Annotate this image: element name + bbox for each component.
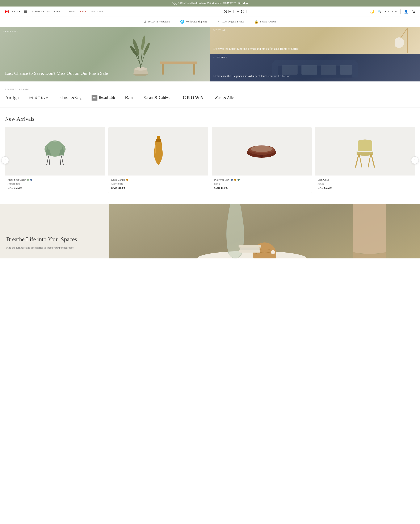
svg-rect-32 bbox=[157, 136, 160, 140]
carousel-prev-button[interactable]: ‹ bbox=[1, 157, 9, 164]
svg-rect-53 bbox=[239, 245, 261, 247]
color-dot-green[interactable] bbox=[27, 179, 29, 181]
nav-link-shop[interactable]: SHOP bbox=[54, 10, 61, 13]
brands-list: Amiga STELA Johnson&Berg HS HelenSmith B… bbox=[5, 95, 415, 101]
feature-returns-label: 30-Days Free Returns bbox=[148, 20, 170, 23]
carafe-svg bbox=[149, 135, 168, 168]
product-info-3: Platform Tray Nook CAD 114.00 bbox=[212, 175, 312, 193]
brand-johnson[interactable]: Johnson&Berg bbox=[59, 96, 82, 100]
product-price-1: CAD 365.00 bbox=[8, 186, 103, 190]
product-image-3 bbox=[212, 127, 312, 175]
svg-rect-21 bbox=[301, 65, 317, 75]
product-price-4: CAD 659.00 bbox=[317, 186, 412, 190]
hero-lighting-badge: LIGHTING bbox=[213, 29, 225, 31]
announcement-cta[interactable]: See More bbox=[238, 2, 248, 5]
nav-right: 🌙 🔍 FOLLOW 👤 🛍 bbox=[370, 9, 415, 14]
hero-right: LIGHTING Discover the Latest Lighting Tr… bbox=[210, 27, 420, 81]
brand-crown[interactable]: CROWN bbox=[183, 95, 204, 100]
brand-stela[interactable]: STELA bbox=[29, 96, 49, 99]
feature-brands-label: 100% Original Brands bbox=[222, 20, 244, 23]
svg-point-14 bbox=[395, 37, 404, 48]
nav-link-sale[interactable]: SALE bbox=[80, 10, 87, 13]
svg-point-39 bbox=[266, 154, 270, 156]
nav-link-starter[interactable]: STARTER SITES bbox=[32, 10, 50, 13]
banner-visual-svg bbox=[109, 204, 420, 258]
search-icon[interactable]: 🔍 bbox=[377, 10, 382, 14]
color-dot-blue[interactable] bbox=[30, 179, 32, 181]
banner-left-content: Breathe Life into Your Spaces Find the f… bbox=[0, 204, 109, 258]
locale-chevron: ▾ bbox=[19, 10, 20, 13]
product-brand-2: Atmosphere bbox=[111, 182, 206, 185]
carousel-next-button[interactable]: › bbox=[411, 157, 419, 164]
svg-rect-11 bbox=[162, 64, 164, 75]
announcement-text: Enjoy 20% off on all orders above $50 wi… bbox=[172, 2, 236, 5]
nav-link-features[interactable]: FEATURES bbox=[91, 10, 103, 13]
brand-amiga[interactable]: Amiga bbox=[5, 95, 19, 101]
hero-flash-sale[interactable]: FRASH SALE bbox=[0, 27, 210, 81]
product-info-1: Fiber Side Chair Atmosphere CAD 365.00 bbox=[5, 175, 105, 193]
nav-link-journal[interactable]: JOURNAL bbox=[65, 10, 76, 13]
product-card-2[interactable]: Raise Carafe Atmosphere CAD 110.00 bbox=[108, 127, 208, 193]
color-dot-blue-2[interactable] bbox=[231, 179, 233, 181]
svg-rect-52 bbox=[240, 247, 260, 250]
brand-ward-allen[interactable]: Ward & Allen bbox=[214, 96, 236, 100]
cart-icon[interactable]: 🛍 bbox=[411, 10, 415, 13]
svg-rect-22 bbox=[321, 65, 336, 75]
hero-lighting-title: Discover the Latest Lighting Trends and … bbox=[213, 47, 299, 51]
announcement-bar: Enjoy 20% off on all orders above $50 wi… bbox=[0, 0, 420, 7]
svg-line-42 bbox=[359, 155, 362, 167]
svg-point-38 bbox=[260, 155, 263, 157]
nav-left: 🇨🇦 CA EN ▾ ☰ STARTER SITES SHOP JOURNAL … bbox=[5, 9, 103, 14]
product-card-3[interactable]: Platform Tray Nook CAD 114.00 bbox=[212, 127, 312, 193]
color-dot-amber-2[interactable] bbox=[234, 179, 236, 181]
svg-line-25 bbox=[47, 156, 49, 165]
shipping-icon: 🌐 bbox=[180, 20, 184, 24]
site-logo[interactable]: SELECT bbox=[224, 9, 249, 15]
stela-dot-2 bbox=[31, 96, 33, 99]
hero-left-badge: FRASH SALE bbox=[3, 30, 18, 33]
product-price-2: CAD 110.00 bbox=[111, 186, 206, 190]
new-arrivals-section: New Arrivals ‹ bbox=[0, 107, 420, 200]
color-dot-teal[interactable] bbox=[237, 179, 240, 181]
brand-bart[interactable]: Bart bbox=[125, 95, 134, 101]
product-card-4[interactable]: Visu Chair Idyllic CAD 659.00 bbox=[315, 127, 415, 193]
hero-left-title: Last Chance to Save: Don't Miss Out on O… bbox=[5, 70, 108, 76]
banner-title: Breathe Life into Your Spaces bbox=[6, 236, 103, 243]
helensmith-text: HelenSmith bbox=[99, 96, 115, 99]
brand-helensmith[interactable]: HS HelenSmith bbox=[92, 95, 115, 101]
stela-dots bbox=[29, 96, 33, 99]
caldwell-text: Caldwell bbox=[159, 96, 173, 100]
banner-right-visual[interactable] bbox=[109, 204, 420, 258]
product-brand-4: Idyllic bbox=[317, 182, 412, 185]
product-card-1[interactable]: Fiber Side Chair Atmosphere CAD 365.00 bbox=[5, 127, 105, 193]
feature-returns: ↺ 30-Days Free Returns bbox=[144, 20, 170, 24]
hero-furniture[interactable]: FURNITURE Experience the Elegance and Ar… bbox=[210, 54, 420, 81]
hamburger-menu[interactable]: ☰ bbox=[24, 9, 27, 14]
brands-section: FEATURED BRANDS Amiga STELA Johnson&Berg… bbox=[0, 81, 420, 107]
product-brand-3: Nook bbox=[214, 182, 309, 185]
sofa-decoration bbox=[210, 56, 420, 81]
hero-lighting[interactable]: LIGHTING Discover the Latest Lighting Tr… bbox=[210, 27, 420, 54]
country-code: CA bbox=[10, 10, 13, 13]
feature-shipping: 🌐 Worldwide Shipping bbox=[180, 20, 207, 24]
banner-subtitle: Find the furniture and accessories to sh… bbox=[6, 246, 103, 250]
products-grid: Fiber Side Chair Atmosphere CAD 365.00 bbox=[5, 127, 415, 193]
hero-left-text: Last Chance to Save: Don't Miss Out on O… bbox=[5, 70, 108, 76]
follow-button[interactable]: FOLLOW bbox=[385, 10, 397, 13]
main-nav: 🇨🇦 CA EN ▾ ☰ STARTER SITES SHOP JOURNAL … bbox=[0, 7, 420, 17]
svg-rect-12 bbox=[193, 64, 195, 75]
svg-rect-10 bbox=[160, 61, 197, 64]
product-info-2: Raise Carafe Atmosphere CAD 110.00 bbox=[108, 175, 208, 193]
locale-selector[interactable]: 🇨🇦 CA EN ▾ bbox=[5, 10, 20, 13]
product-name-1: Fiber Side Chair bbox=[8, 178, 103, 181]
susan-s-logo: S bbox=[154, 95, 157, 101]
account-icon[interactable]: 👤 bbox=[404, 10, 408, 14]
color-dot-amber[interactable] bbox=[126, 179, 128, 181]
hero-lighting-text: Discover the Latest Lighting Trends and … bbox=[213, 47, 299, 51]
product-image-2 bbox=[108, 127, 208, 175]
product-name-3: Platform Tray bbox=[214, 178, 309, 181]
dark-mode-icon[interactable]: 🌙 bbox=[370, 10, 374, 14]
svg-rect-51 bbox=[239, 250, 260, 253]
brand-susan-caldwell[interactable]: Susan S Caldwell bbox=[144, 95, 172, 101]
plant-decoration bbox=[126, 35, 155, 77]
